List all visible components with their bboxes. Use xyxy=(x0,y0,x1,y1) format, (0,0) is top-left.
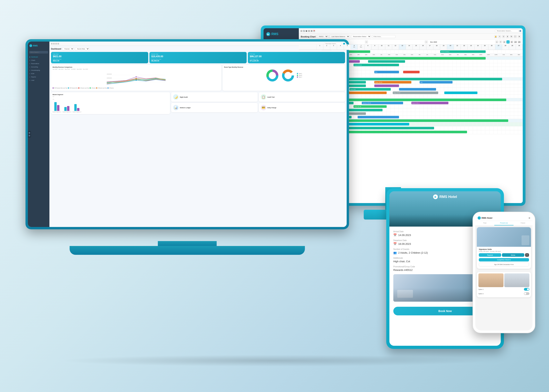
phone-payment-button[interactable]: Payment xyxy=(479,253,501,257)
chart-filter-area-input[interactable] xyxy=(372,35,395,38)
monthly-revenue-chart: Monthly Revenue Comparison Jan 2020 Mar … xyxy=(51,65,221,91)
topbar-grid-icon[interactable]: ▦ xyxy=(305,30,307,32)
bar-2a xyxy=(64,107,67,111)
lap-item-eom[interactable]: EOM xyxy=(28,72,49,75)
lap-item-charts[interactable]: Charts xyxy=(28,59,49,62)
tablet-logo-row: ▶ RMS Hotel xyxy=(433,195,457,199)
nav-30[interactable]: 30 xyxy=(507,40,510,43)
laptop-bottom-row: Market Segment 400 200 xyxy=(51,92,345,114)
date-jul: Jul 2020 xyxy=(71,69,76,70)
topbar-home-icon[interactable]: ⌂ xyxy=(300,30,302,32)
quick-links-row-2: 📊 Debtors Ledger 💳 Daily Charge xyxy=(171,103,345,112)
chart-expand-icon[interactable]: ⛶ xyxy=(514,35,517,38)
legend-b-rooms: B Rooms xyxy=(107,87,114,89)
topbar-user-icon[interactable]: 👤 xyxy=(519,30,521,32)
chart-property-select[interactable]: RMSU xyxy=(317,35,328,38)
tab-additionals-text: High chair, Cot xyxy=(393,260,410,263)
chart-refresh-icon[interactable]: ↻ xyxy=(510,35,513,38)
quick-link-daily-charge[interactable]: 💳 Daily Charge xyxy=(259,103,345,112)
lap-item-accounting[interactable]: Accounting xyxy=(28,65,49,69)
phone-checkin-button[interactable]: Completion Check In xyxy=(479,258,529,261)
tab-promo-code: Rewards #45512 xyxy=(393,268,413,272)
phone-suite-img xyxy=(477,227,531,247)
nav-1[interactable]: 1 xyxy=(495,40,498,43)
nav-160[interactable]: 160 xyxy=(518,40,521,43)
lap-item-housekeeping[interactable]: Housekeeping xyxy=(28,69,49,72)
nav-7[interactable]: 7 xyxy=(499,40,502,43)
eps03-bar2 xyxy=(345,109,382,111)
laptop-filter1-select[interactable]: Financial xyxy=(62,48,74,50)
lap-user-avatar[interactable] xyxy=(343,43,345,45)
topbar-reservation-search[interactable] xyxy=(495,29,519,32)
nav-100[interactable]: 100 xyxy=(514,40,517,43)
quick-link-night-audit[interactable]: 🌙 Night Audit xyxy=(171,92,257,102)
phone-tab-present[interactable]: Present (2) xyxy=(494,221,513,225)
emv03-bar3 xyxy=(399,88,436,91)
chart-filter2-select[interactable]: Reservation Status xyxy=(351,35,371,38)
date-cell-24: 24 xyxy=(474,44,481,49)
date-cell-2: 2 xyxy=(323,44,330,49)
emv03-bar2: Paris 0.00 xyxy=(349,88,391,91)
bar-2b xyxy=(67,106,69,111)
phone-person-1 xyxy=(479,273,504,287)
legend-rr-powered-ly: RR Powered Site Last Year xyxy=(53,87,67,89)
monitor-brand: RMS xyxy=(271,32,278,36)
chart-header: Booking Chart RMSU Last Name Balance Res… xyxy=(299,34,523,40)
phone-extras-button[interactable]: Extras xyxy=(502,253,524,257)
stat-daily: Daily Total $621.00 Daily Online Total $… xyxy=(51,52,148,63)
laptop-charts-row: Monthly Revenue Comparison Jan 2020 Mar … xyxy=(51,65,345,91)
lap-topbar-icon-1[interactable] xyxy=(51,43,53,44)
phone-toggle-2[interactable] xyxy=(524,292,529,295)
chart-filter1-select[interactable]: Last Name Balance xyxy=(329,35,350,38)
nav-14[interactable]: 14 xyxy=(503,40,506,43)
next-button[interactable]: › xyxy=(425,40,428,43)
date-cell-12: 12 xyxy=(392,44,399,49)
laptop-sidebar-search[interactable] xyxy=(28,49,49,54)
chart-info-icon[interactable]: ℹ xyxy=(506,35,509,38)
lap-item-reservations[interactable]: Reservations xyxy=(28,62,49,65)
chart-close-icon[interactable]: ✕ xyxy=(518,35,521,38)
date-cell-22: 22 xyxy=(461,44,468,49)
lap-item-lead[interactable]: Lead xyxy=(28,79,49,82)
night-audit-icon: 🌙 xyxy=(173,94,179,100)
laptop-menu-search[interactable] xyxy=(29,51,48,54)
donut-legend-c: Type C xyxy=(297,77,302,78)
stat-ytd-value: $99,127.00 xyxy=(250,55,343,58)
date-cell-14: 14 xyxy=(406,44,413,49)
quick-link-audit-trail[interactable]: 📋 Audit Trail xyxy=(259,92,345,102)
phone-tab-future[interactable]: Future xyxy=(514,221,533,225)
date-cell-28: 28 xyxy=(502,44,509,49)
date-nov: Nov 2020 xyxy=(83,69,88,70)
phone-app: RMS Hotel ≡ Past Present (2) Future xyxy=(475,214,533,330)
topbar-list-icon[interactable]: ≡ xyxy=(308,30,310,32)
phone-form-button[interactable]: Sign Off IDMS Declaration Form xyxy=(479,263,529,266)
quick-link-debtors-ledger[interactable]: 📊 Debtors Ledger xyxy=(171,103,257,112)
phone-close-button[interactable]: ✕ xyxy=(525,253,529,257)
nav-60[interactable]: 60 xyxy=(510,40,513,43)
lap-item-reports[interactable]: Reports xyxy=(28,75,49,79)
prev-button[interactable]: ‹ xyxy=(365,40,368,43)
lap-topbar-icon-2[interactable] xyxy=(53,43,55,44)
topbar-calendar-icon[interactable]: 📅 xyxy=(313,30,315,32)
chart-question-icon[interactable]: ? xyxy=(498,35,501,38)
date-cell-17: 17 xyxy=(426,44,433,49)
lap-item-dashboard[interactable]: Dashboard xyxy=(28,55,49,59)
phone-tab-past[interactable]: Past xyxy=(475,221,494,225)
chart-filter-icon[interactable]: ▽ xyxy=(502,35,505,38)
phone-menu-icon[interactable]: ≡ xyxy=(529,216,530,219)
laptop-topbar-search[interactable] xyxy=(324,43,342,45)
laptop-content: Dashboard Financial Rancho Relax Rancho … xyxy=(49,46,347,227)
bar-group-2-bars xyxy=(64,106,69,111)
emv04-bar3 xyxy=(444,91,477,94)
chart-bell-icon[interactable]: 🔔 xyxy=(494,35,497,38)
lap-topbar-icon-3[interactable] xyxy=(55,43,57,44)
phone-people-row xyxy=(479,273,529,287)
stat-daily-online-label: Daily Online Total xyxy=(53,59,146,60)
lap-topbar-icon-4[interactable] xyxy=(57,43,59,44)
topbar-settings-icon[interactable]: ⚙ xyxy=(310,30,313,32)
laptop-filter2-select[interactable]: Rancho Relax xyxy=(75,48,89,50)
phone-toggle-1[interactable] xyxy=(524,288,529,291)
chart-date-range: Dec 2020 xyxy=(430,41,437,43)
topbar-search-icon[interactable]: 🔍 xyxy=(303,30,305,32)
date-cell-7: 7Mon xyxy=(358,44,365,49)
